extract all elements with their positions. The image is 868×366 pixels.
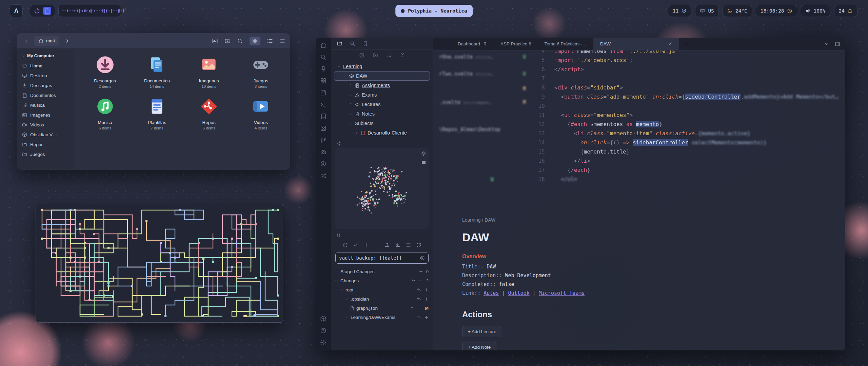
git-action-undo-icon[interactable] (411, 279, 416, 283)
git-refresh-icon-0[interactable] (342, 242, 348, 248)
git-action-plus-icon[interactable] (418, 306, 422, 310)
module-notifications[interactable]: 24 (834, 5, 857, 17)
search-icon[interactable] (237, 38, 243, 44)
folder-videos[interactable]: Videos4 items (235, 97, 287, 130)
close-icon[interactable] (668, 42, 672, 46)
module-keyboard-layout[interactable]: US (695, 5, 718, 17)
git-item-obsidian[interactable]: .obsidian (335, 294, 429, 304)
grid-icon[interactable] (252, 38, 258, 44)
git-item-learning-daw-exams[interactable]: Learning/DAW/Exams (335, 313, 429, 322)
git-action-plus-icon[interactable] (419, 279, 423, 283)
git-action-plus-icon[interactable] (424, 288, 429, 292)
git-action-undo-icon[interactable] (417, 315, 421, 320)
git-check-icon-1[interactable] (353, 242, 358, 248)
sidebar-tab-folder-icon[interactable] (337, 41, 342, 46)
git-action-undo-icon[interactable] (410, 306, 415, 310)
explorer-item-desarrollo-cliente[interactable]: Desarrollo-Cliente (334, 128, 430, 138)
module-weather[interactable]: 24°C (723, 5, 752, 17)
git-item-staged-changes[interactable]: Staged Changes0 (335, 267, 429, 276)
git-plus-icon-2[interactable] (363, 242, 369, 248)
ribbon-box-icon[interactable] (320, 316, 327, 322)
breadcrumb[interactable]: matt (34, 36, 59, 46)
new-tab-button[interactable] (679, 41, 693, 46)
active-workspace-indicator[interactable] (43, 7, 51, 15)
tab-dashboard[interactable]: Dashboard (451, 38, 494, 50)
action-button-add-lecture[interactable]: + Add Lecture (462, 326, 502, 337)
sidebar-item-musica[interactable]: Musica (19, 100, 72, 110)
commit-message-input[interactable]: vault backup: {{date}} (335, 252, 429, 264)
folder-juegos[interactable]: Juegos8 items (235, 55, 287, 88)
folder-imagenes[interactable]: Imagenes10 items (183, 55, 235, 88)
sidebar-tab-bookmark-icon[interactable] (362, 41, 368, 46)
explorer-item-assignments[interactable]: Assignments (334, 81, 430, 90)
explorer-item-learning[interactable]: Learning (334, 62, 430, 71)
explorer-sort-icon[interactable] (386, 53, 392, 58)
ribbon-terminal-icon[interactable] (320, 101, 327, 108)
ribbon-dices-icon[interactable] (320, 125, 327, 131)
ribbon-shuffle-icon[interactable] (320, 172, 327, 179)
git-action-undo-icon[interactable] (417, 288, 421, 292)
explorer-collapse-icon[interactable] (400, 53, 405, 58)
tab-asp-practice-6[interactable]: ASP Practice 6 (494, 38, 538, 50)
clear-icon[interactable] (420, 256, 425, 261)
git-action-plus-icon[interactable] (424, 315, 429, 320)
ribbon-coin-icon[interactable] (320, 161, 327, 167)
git-download-icon-5[interactable] (395, 242, 400, 248)
ribbon-settings-icon[interactable] (320, 339, 327, 346)
graph-pane-tab[interactable] (331, 140, 433, 147)
ribbon-home-icon[interactable] (320, 42, 327, 48)
ribbon-camera-icon[interactable] (320, 149, 327, 155)
explorer-edit-icon[interactable] (359, 53, 364, 58)
explorer-item-exams[interactable]: Exams (334, 90, 430, 100)
git-action-plus-icon[interactable] (424, 297, 429, 301)
sidebar-item-imagenes[interactable]: Imagenes (19, 110, 72, 120)
git-item-graph-json[interactable]: graph.jsonM (335, 304, 429, 313)
sidebar-item-home[interactable]: Home (19, 61, 72, 71)
back-button[interactable] (21, 36, 32, 46)
ribbon-git-branch-icon[interactable] (320, 137, 327, 143)
sidebar-item-repos[interactable]: Repos (19, 140, 72, 149)
ribbon-grid-icon[interactable] (320, 78, 327, 84)
sidebar-item-documentos[interactable]: Documentos (19, 90, 72, 100)
image-icon[interactable] (212, 38, 218, 44)
sidebar-item-descargas[interactable]: Descargas (19, 81, 72, 90)
explorer-item-subjects[interactable]: Subjects (334, 119, 430, 128)
module-volume[interactable]: 100% (801, 5, 830, 17)
sidebar-item-desktop[interactable]: Desktop (19, 71, 72, 81)
toggle-right-sidebar-icon[interactable] (835, 41, 840, 47)
module-updates[interactable]: 11 (668, 5, 691, 17)
explorer-folder-plus-icon[interactable] (373, 53, 378, 58)
sidebar-item-videos[interactable]: Videos (19, 120, 72, 130)
workspace-swirl-icon[interactable] (34, 8, 40, 14)
gear-icon[interactable] (421, 151, 426, 156)
filter-icon[interactable] (421, 160, 426, 165)
link-aules[interactable]: Aules (484, 290, 499, 296)
action-button-add-note[interactable]: + Add Note (462, 342, 496, 350)
link-microsoft-teams[interactable]: Microsoft Teams (539, 290, 585, 296)
menu-icon[interactable] (279, 38, 285, 44)
forward-button[interactable] (62, 36, 72, 46)
tab-list-icon[interactable] (824, 41, 829, 47)
git-upload-icon-4[interactable] (384, 242, 390, 248)
media-player-widget[interactable]: Polyphia - Neurotica (395, 5, 473, 17)
git-action-minus-icon[interactable] (419, 269, 423, 274)
git-action-undo-icon[interactable] (417, 297, 421, 301)
tab-tema-6-pr-cticas[interactable]: Tema 6 Prácticas -… (538, 38, 594, 50)
list-icon[interactable] (267, 38, 273, 44)
ribbon-book-icon[interactable] (320, 113, 327, 120)
link-outlook[interactable]: Outlook (508, 290, 529, 296)
folder-plantillas[interactable]: Plantillas7 items (131, 97, 183, 130)
git-item-changes[interactable]: Changes2 (335, 276, 429, 285)
module-clock[interactable]: 18:08:28 (756, 5, 797, 17)
git-minus-icon-3[interactable] (374, 242, 379, 248)
ribbon-calendar-icon[interactable] (320, 89, 327, 96)
git-refresh-icon-7[interactable] (416, 242, 421, 248)
folder-documentos[interactable]: Documentos14 items (131, 55, 183, 88)
explorer-item-daw[interactable]: DAW (334, 71, 430, 81)
sidebar-tab-search-icon[interactable] (350, 41, 355, 46)
workspaces-widget[interactable] (30, 5, 55, 17)
explorer-item-notes[interactable]: Notes (334, 109, 430, 119)
folder-musica[interactable]: Musica6 items (79, 97, 131, 130)
folder-descargas[interactable]: Descargas2 items (79, 55, 131, 88)
launcher-button[interactable]: Λ (10, 4, 23, 17)
